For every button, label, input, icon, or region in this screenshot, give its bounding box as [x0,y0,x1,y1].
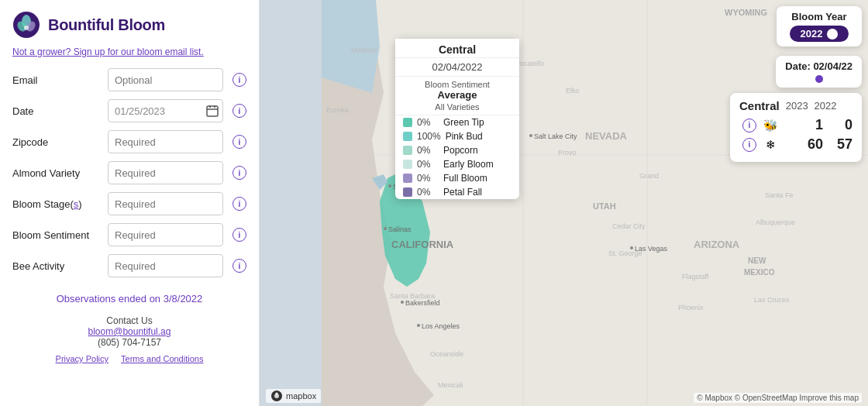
email-info-icon[interactable]: i [232,73,246,87]
bloom-sentiment-info-icon[interactable]: i [232,228,246,242]
terms-link[interactable]: Terms and Conditions [121,354,203,363]
contact-phone: (805) 704-7157 [98,337,161,348]
popup-stage-row: 0% Popcorn [395,143,519,157]
left-panel: Bountiful Bloom Not a grower? Sign up fo… [0,0,260,406]
bee-input[interactable] [108,254,223,277]
stage-color [403,132,412,141]
stage-color [403,188,412,197]
email-input-wrapper [108,68,223,91]
stage-label: Early Bloom [443,159,494,170]
stage-pct: 0% [417,117,439,128]
stats-row-bee: i 🐝 1 0 [739,117,852,133]
stats-year-2023: 2023 [786,100,808,112]
svg-text:CALIFORNIA: CALIFORNIA [391,239,454,250]
svg-point-20 [417,324,420,327]
stats-info-bee[interactable]: i [742,119,756,132]
bloom-sentiment-input-wrapper [108,223,223,246]
bloom-stage-label-text: Bloom Stage( [12,198,74,210]
stats-widget: Central 2023 2022 i 🐝 1 0 i ❄ 60 57 [730,93,862,162]
svg-text:Grand: Grand [639,172,659,180]
form-row-bloom-stage: Bloom Stage(s) i [12,192,246,215]
date-info-icon[interactable]: i [232,104,246,118]
contact-section: Contact Us bloom@bountiful.ag (805) 704-… [12,315,246,348]
svg-text:Elko: Elko [566,87,580,95]
bee-input-wrapper [108,254,223,277]
bee-info-icon[interactable]: i [232,259,246,273]
svg-text:St. George: St. George [608,249,642,257]
stage-label: Full Bloom [443,173,487,184]
svg-text:Cedar City: Cedar City [612,222,646,230]
map-area[interactable]: NEVADA ARIZONA CALIFORNIA San Francisco … [260,0,868,406]
stage-label: Petal Fall [443,187,482,198]
form-row-date: Date i [12,99,246,122]
observations-ended: Observations ended on 3/8/2022 [12,293,246,304]
popup-sentiment-title: Bloom Sentiment [395,77,519,89]
svg-point-18 [388,184,391,188]
svg-text:MEXICO: MEXICO [744,268,775,277]
contact-email[interactable]: bloom@bountiful.ag [12,326,246,337]
cold-value-2023: 60 [800,136,823,153]
map-popup: Central 02/04/2022 Bloom Sentiment Avera… [395,39,519,199]
svg-point-4 [24,26,29,30]
svg-text:Bakersfield: Bakersfield [405,299,440,307]
stage-label: Pink Bud [446,131,483,142]
date-input-wrapper [108,99,223,122]
zipcode-info-icon[interactable]: i [232,135,246,149]
stats-info-cold[interactable]: i [742,138,756,152]
svg-text:ARIZONA: ARIZONA [694,239,740,250]
svg-text:Los Angeles: Los Angeles [422,322,460,330]
svg-text:Mexicali: Mexicali [438,381,463,389]
svg-text:NEW: NEW [748,256,766,265]
bloom-stage-info-icon[interactable]: i [232,197,246,211]
date-label: Date [12,105,102,117]
bloom-stage-label: Bloom Stage(s) [12,198,102,210]
bloom-year-widget: Bloom Year 2022 [777,6,862,46]
almond-input[interactable] [108,161,223,184]
popup-stage-row: 0% Petal Fall [395,185,519,199]
bloom-stage-suffix: ) [78,198,81,210]
almond-label: Almond Variety [12,167,102,179]
svg-point-28 [529,134,532,137]
svg-text:Santa Barbara: Santa Barbara [390,292,435,300]
svg-text:UTAH: UTAH [593,201,616,211]
popup-stage-row: 0% Early Bloom [395,157,519,171]
bee-value-2022: 0 [829,117,852,133]
cold-icon: ❄ [763,138,778,152]
svg-text:WYOMING: WYOMING [725,8,767,17]
svg-point-22 [401,301,404,304]
stage-pct: 0% [417,159,439,170]
contact-label: Contact Us [106,315,152,326]
almond-info-icon[interactable]: i [232,166,246,180]
stage-pct: 0% [417,187,439,198]
privacy-link[interactable]: Privacy Policy [56,354,108,363]
svg-text:Flagstaff: Flagstaff [682,273,709,280]
logo-area: Bountiful Bloom [12,11,246,39]
popup-date: 02/04/2022 [395,58,519,77]
stage-label: Green Tip [443,117,484,128]
zipcode-input[interactable] [108,130,223,153]
svg-text:Provo: Provo [558,149,577,157]
stage-pct: 0% [417,145,439,156]
date-display: Date: 02/04/22 [785,60,852,72]
bloom-sentiment-input[interactable] [108,223,223,246]
cold-value-2022: 57 [829,136,852,153]
bloom-year-toggle[interactable]: 2022 [790,26,849,42]
popup-region: Central [395,39,519,58]
form-row-zipcode: Zipcode i [12,130,246,153]
mapbox-icon [270,390,283,402]
svg-text:Salt Lake City: Salt Lake City [534,132,577,140]
calendar-icon[interactable] [206,105,219,117]
logo-text: Bountiful Bloom [48,16,165,34]
svg-text:NEVADA: NEVADA [585,130,628,142]
email-input[interactable] [108,68,223,91]
svg-text:Oceanside: Oceanside [430,350,463,358]
form-row-bee: Bee Activity i [12,254,246,277]
bloom-stage-input[interactable] [108,192,223,215]
svg-text:Las Cruces: Las Cruces [754,296,790,304]
svg-text:Salinas: Salinas [388,225,412,233]
bloom-year-value: 2022 [801,28,823,40]
stats-year-2022: 2022 [815,100,837,112]
signup-link[interactable]: Not a grower? Sign up for our bloom emai… [12,46,246,57]
form-row-email: Email i [12,68,246,91]
popup-sentiment-value: Average [395,89,519,102]
